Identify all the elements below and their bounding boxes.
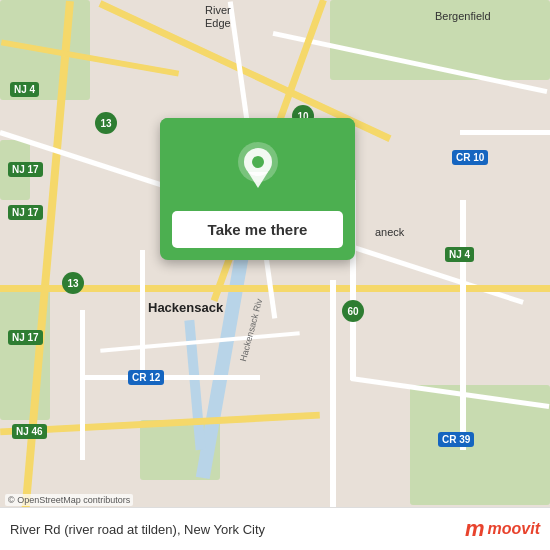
road-sm-3 — [140, 250, 145, 370]
shield-cr12: CR 12 — [128, 370, 164, 385]
popup-card: Take me there — [160, 118, 355, 260]
moovit-logo: m moovit — [465, 516, 540, 542]
location-text: River Rd (river road at tilden), New Yor… — [10, 522, 465, 537]
popup-icon-area — [160, 118, 355, 211]
shield-60: 60 — [342, 300, 364, 322]
label-bergenfield: Bergenfield — [435, 10, 491, 22]
label-aneck: aneck — [375, 226, 404, 238]
shield-cr39: CR 39 — [438, 432, 474, 447]
svg-point-2 — [252, 156, 264, 168]
map-container: RiverEdge Bergenfield Hackensack aneck H… — [0, 0, 550, 550]
shield-nj17-upper: NJ 17 — [8, 162, 43, 177]
label-river-edge: RiverEdge — [205, 4, 231, 30]
shield-13-lower: 13 — [62, 272, 84, 294]
shield-nj4-right: NJ 4 — [445, 247, 474, 262]
take-me-there-button[interactable]: Take me there — [172, 211, 343, 248]
shield-nj4-topleft: NJ 4 — [10, 82, 39, 97]
road-sm-8 — [460, 130, 550, 135]
shield-cr10: CR 10 — [452, 150, 488, 165]
shield-nj17-mid: NJ 17 — [8, 205, 43, 220]
moovit-m-letter: m — [465, 516, 485, 542]
location-pin-icon — [233, 140, 283, 195]
shield-13-top: 13 — [95, 112, 117, 134]
shield-nj17-lower: NJ 17 — [8, 330, 43, 345]
osm-copyright: © OpenStreetMap contributors — [5, 494, 133, 506]
road-sm-2 — [80, 310, 85, 460]
shield-nj46: NJ 46 — [12, 424, 47, 439]
moovit-text: moovit — [488, 520, 540, 538]
bottom-bar: River Rd (river road at tilden), New Yor… — [0, 507, 550, 550]
road-sm-7 — [460, 200, 466, 450]
road-cr12 — [80, 375, 260, 380]
label-hackensack: Hackensack — [148, 300, 223, 315]
